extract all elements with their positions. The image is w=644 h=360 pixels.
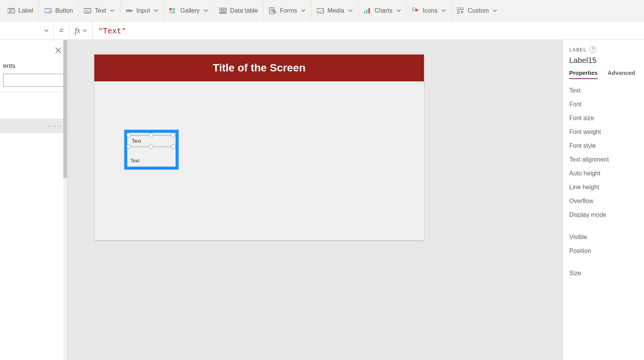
tb-label-text: Gallery xyxy=(180,7,200,14)
custom-icon xyxy=(457,7,465,14)
scrollbar-thumb[interactable] xyxy=(63,40,67,178)
toolbar-label[interactable]: Label xyxy=(2,0,39,21)
tb-label-text: Custom xyxy=(468,7,489,14)
more-ellipsis[interactable]: · · · xyxy=(48,122,62,130)
prop-line-height[interactable]: Line height xyxy=(569,180,644,194)
prop-font-size[interactable]: Font size xyxy=(569,111,644,125)
tb-label-text: Input xyxy=(136,7,150,14)
toolbar-charts[interactable]: Charts xyxy=(358,0,406,21)
input-icon xyxy=(126,7,133,14)
tb-label-text: Icons xyxy=(423,7,437,14)
property-selector[interactable] xyxy=(0,21,54,40)
tb-label-text: Data table xyxy=(230,7,258,14)
tab-properties[interactable]: Properties xyxy=(569,69,598,79)
forms-icon xyxy=(269,7,277,14)
equals-sign: = xyxy=(54,26,69,35)
chevron-down-icon xyxy=(154,8,158,13)
tb-label-text: Forms xyxy=(280,7,297,14)
panel-tabs: Properties Advanced xyxy=(569,69,644,79)
inner-label-text: Text xyxy=(132,138,141,144)
help-icon[interactable]: ? xyxy=(590,46,596,53)
tb-label-text: Label xyxy=(18,7,33,14)
datatable-icon xyxy=(219,7,227,14)
left-scrollbar[interactable] xyxy=(63,40,67,360)
toolbar-button[interactable]: Button xyxy=(39,0,78,21)
chevron-down-icon xyxy=(348,8,353,13)
label-icon xyxy=(8,7,15,14)
toolbar-media[interactable]: Media xyxy=(311,0,358,21)
toolbar-datatable[interactable]: Data table xyxy=(214,0,263,21)
left-panel-title: ents xyxy=(0,40,67,74)
canvas-area[interactable]: Title of the Screen Text Text xyxy=(67,40,563,360)
chevron-down-icon xyxy=(204,8,208,13)
formula-input[interactable]: "Text" xyxy=(93,26,644,35)
chevron-down-icon xyxy=(493,8,497,13)
resize-handle-nw[interactable] xyxy=(127,133,131,137)
app-screen[interactable]: Title of the Screen Text Text xyxy=(94,54,424,240)
outer-label-text: Text xyxy=(130,158,140,163)
prop-font-style[interactable]: Font style xyxy=(569,139,644,153)
resize-handle-sw[interactable] xyxy=(127,144,131,149)
gallery-icon xyxy=(169,7,177,14)
prop-visible[interactable]: Visible xyxy=(569,230,644,244)
toolbar-icons[interactable]: Icons xyxy=(406,0,451,21)
close-icon xyxy=(55,47,62,54)
close-panel-button[interactable] xyxy=(55,47,62,55)
chevron-down-icon xyxy=(82,28,87,33)
tb-label-text: Charts xyxy=(375,7,393,14)
chevron-down-icon xyxy=(44,28,49,33)
outer-label[interactable]: Text xyxy=(130,158,140,163)
prop-overflow[interactable]: Overflow xyxy=(569,194,644,208)
tab-advanced[interactable]: Advanced xyxy=(608,69,635,79)
prop-text[interactable]: Text xyxy=(569,84,644,97)
insert-toolbar: Label Button Text Input Gallery Data tab… xyxy=(0,0,644,21)
chevron-down-icon xyxy=(441,8,446,13)
media-icon xyxy=(317,7,324,14)
toolbar-gallery[interactable]: Gallery xyxy=(164,0,214,21)
toolbar-forms[interactable]: Forms xyxy=(263,0,311,21)
left-panel: ents · · · xyxy=(0,40,67,360)
fx-button[interactable]: fx xyxy=(69,21,93,40)
prop-font-weight[interactable]: Font weight xyxy=(569,125,644,139)
divider xyxy=(0,92,67,92)
resize-handle-se[interactable] xyxy=(171,144,176,149)
resize-handle-n[interactable] xyxy=(149,133,153,137)
control-type-row: LABEL ? xyxy=(569,46,644,53)
resize-handle-ne[interactable] xyxy=(171,133,176,137)
workspace: ents · · · Title of the Screen Text xyxy=(0,40,644,360)
tb-label-text: Text xyxy=(95,7,106,14)
toolbar-input[interactable]: Input xyxy=(120,0,164,21)
chevron-down-icon xyxy=(301,8,306,13)
prop-position[interactable]: Position xyxy=(569,244,644,258)
toolbar-custom[interactable]: Custom xyxy=(451,0,503,21)
control-name[interactable]: Label15 xyxy=(569,56,644,65)
divider xyxy=(569,258,644,266)
left-panel-search[interactable] xyxy=(3,74,64,87)
prop-font[interactable]: Font xyxy=(569,97,644,111)
properties-panel: LABEL ? Label15 Properties Advanced Text… xyxy=(563,40,644,360)
prop-text-alignment[interactable]: Text alignment xyxy=(569,153,644,167)
tb-label-text: Button xyxy=(55,7,73,14)
formula-bar: = fx "Text" xyxy=(0,21,644,40)
toolbar-text[interactable]: Text xyxy=(78,0,120,21)
button-icon xyxy=(44,7,52,14)
divider xyxy=(569,222,644,230)
prop-display-mode[interactable]: Display mode xyxy=(569,208,644,222)
resize-handle-s[interactable] xyxy=(149,144,153,149)
prop-size[interactable]: Size xyxy=(569,266,644,280)
tree-selected-item[interactable]: · · · xyxy=(0,119,67,133)
chevron-down-icon xyxy=(396,8,401,13)
selected-label-control[interactable]: Text Text xyxy=(124,130,179,170)
control-type-caption: LABEL xyxy=(569,47,586,53)
fx-label: fx xyxy=(75,26,80,35)
prop-auto-height[interactable]: Auto height xyxy=(569,167,644,180)
icons-icon xyxy=(412,7,420,14)
tb-label-text: Media xyxy=(327,7,344,14)
screen-title[interactable]: Title of the Screen xyxy=(94,54,424,81)
chevron-down-icon xyxy=(110,8,115,13)
text-icon xyxy=(84,7,92,14)
charts-icon xyxy=(364,7,371,14)
